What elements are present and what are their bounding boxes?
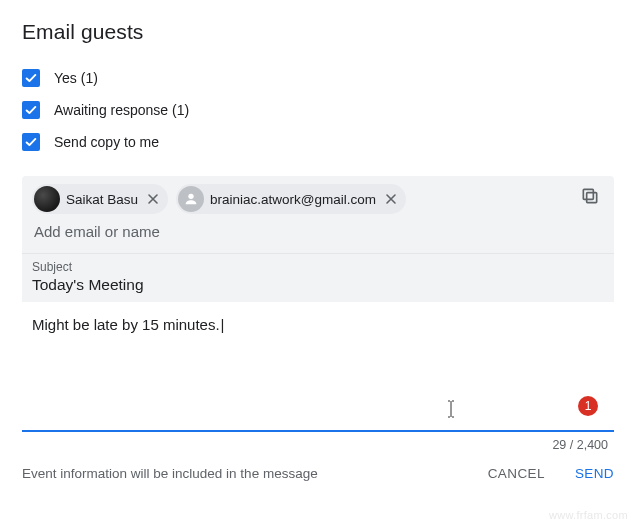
- copy-recipients-icon[interactable]: [580, 186, 602, 208]
- watermark: www.frfam.com: [549, 509, 628, 521]
- svg-point-0: [188, 194, 193, 199]
- notification-badge: 1: [578, 396, 598, 416]
- recipient-chip[interactable]: Saikat Basu: [32, 184, 168, 214]
- cancel-button[interactable]: CANCEL: [488, 466, 545, 481]
- subject-label: Subject: [32, 260, 604, 274]
- footer-note: Event information will be included in th…: [22, 466, 318, 481]
- checkbox-row-yes[interactable]: Yes (1): [22, 62, 614, 94]
- subject-block[interactable]: Subject: [22, 253, 614, 302]
- email-guests-dialog: Email guests Yes (1) Awaiting response (…: [0, 0, 636, 432]
- message-text: Might be late by 15 minutes.: [32, 316, 225, 333]
- checkbox-label: Awaiting response (1): [54, 102, 189, 118]
- checkbox-icon[interactable]: [22, 133, 40, 151]
- avatar-icon: [34, 186, 60, 212]
- checkbox-icon[interactable]: [22, 69, 40, 87]
- add-email-input[interactable]: [32, 222, 604, 241]
- svg-rect-2: [583, 189, 593, 199]
- checkbox-label: Send copy to me: [54, 134, 159, 150]
- char-counter: 29 / 2,400: [552, 438, 608, 452]
- svg-rect-1: [587, 193, 597, 203]
- message-body[interactable]: Might be late by 15 minutes. 1: [22, 302, 614, 432]
- remove-recipient-icon[interactable]: [144, 190, 162, 208]
- checkbox-row-awaiting[interactable]: Awaiting response (1): [22, 94, 614, 126]
- add-email-row[interactable]: [22, 218, 614, 253]
- send-button[interactable]: SEND: [575, 466, 614, 481]
- recipient-name: Saikat Basu: [66, 192, 138, 207]
- compose-panel: Saikat Basu brainiac.atwork@gmail.com: [22, 176, 614, 432]
- remove-recipient-icon[interactable]: [382, 190, 400, 208]
- recipient-row: Saikat Basu brainiac.atwork@gmail.com: [22, 176, 614, 218]
- checkbox-row-send-copy[interactable]: Send copy to me: [22, 126, 614, 158]
- avatar-icon: [178, 186, 204, 212]
- subject-input[interactable]: [32, 276, 604, 294]
- dialog-footer: Event information will be included in th…: [0, 432, 636, 481]
- recipient-name: brainiac.atwork@gmail.com: [210, 192, 376, 207]
- checkbox-label: Yes (1): [54, 70, 98, 86]
- dialog-title: Email guests: [22, 20, 614, 44]
- recipient-chip[interactable]: brainiac.atwork@gmail.com: [176, 184, 406, 214]
- text-cursor-icon: [445, 400, 457, 418]
- checkbox-icon[interactable]: [22, 101, 40, 119]
